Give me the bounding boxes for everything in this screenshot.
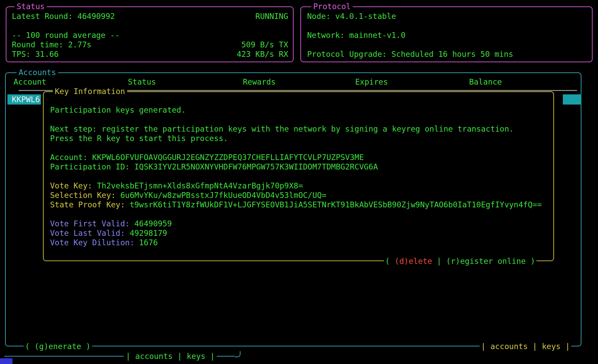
- tps-text: TPS: 31.66: [12, 49, 59, 59]
- modal-action-bar: ( (d)elete | (r)egister online ): [384, 256, 536, 266]
- selection-key-label: Selection Key:: [50, 191, 120, 200]
- footer-tab-bar[interactable]: | accounts | keys |: [124, 351, 217, 361]
- vote-last-valid-value: 49298179: [130, 229, 167, 237]
- column-header-account: Account: [14, 77, 46, 87]
- register-online-action[interactable]: (r)egister online: [446, 257, 526, 266]
- node-state-badge: RUNNING: [255, 12, 288, 21]
- vote-key-value: Th2veksbETjsmn+Xlds8xGfmpNtA4VzarBgjk70p…: [97, 181, 303, 190]
- vote-key-dilution-label: Vote Key Dilution:: [50, 238, 139, 247]
- column-header-expires: Expires: [355, 77, 388, 87]
- vote-last-valid-label: Vote Last Valid:: [50, 229, 130, 237]
- column-header-rewards: Rewards: [243, 77, 276, 87]
- accounts-panel-title: Accounts: [17, 68, 58, 77]
- vote-key-dilution-value: 1676: [139, 238, 158, 247]
- keys-generated-text: Participation keys generated.: [50, 105, 186, 115]
- delete-action[interactable]: (d)elete: [395, 257, 432, 266]
- action-separator: |: [432, 257, 446, 266]
- node-version-text: Node: v4.0.1-stable: [307, 12, 396, 21]
- vote-first-valid-label: Vote First Valid:: [50, 219, 134, 228]
- protocol-upgrade-text: Protocol Upgrade: Scheduled 16 hours 50 …: [307, 49, 513, 59]
- vote-last-valid-row: Vote Last Valid: 49298179: [50, 228, 167, 238]
- tx-rate-text: 509 B/s TX: [242, 40, 288, 49]
- next-step-text: Next step: register the participation ke…: [50, 124, 514, 134]
- status-panel-title: Status: [15, 2, 47, 11]
- column-header-status: Status: [128, 77, 156, 87]
- vote-first-valid-row: Vote First Valid: 46490959: [50, 219, 172, 228]
- rx-rate-text: 423 KB/s RX: [237, 49, 288, 59]
- bottom-left-indicator-block: [0, 358, 13, 364]
- state-proof-key-row: State Proof Key: t9wsrK6tiT1Y8zfWUkDF1V+…: [50, 200, 542, 209]
- generate-action[interactable]: ( (g)enerate ): [24, 342, 92, 351]
- network-text: Network: mainnet-v1.0: [307, 30, 406, 40]
- state-proof-key-value: t9wsrK6tiT1Y8zfWUkDF1V+LJGFYSEOVB1JiA5SE…: [130, 200, 542, 209]
- column-header-balance: Balance: [469, 77, 502, 87]
- accounts-panel-tab-bar[interactable]: | accounts | keys |: [480, 342, 571, 351]
- protocol-panel-title: Protocol: [311, 2, 353, 11]
- status-panel: Status Latest Round: 46490992 RUNNING --…: [6, 6, 294, 62]
- action-open-paren: (: [385, 257, 395, 266]
- selection-key-value: 6u6MvYKu/w8zwPBsstxJ7fkUueOD4VbD4v53lmOC…: [120, 191, 326, 200]
- protocol-panel: Protocol Node: v4.0.1-stable Network: ma…: [300, 6, 593, 62]
- vote-key-label: Vote Key:: [50, 181, 97, 190]
- vote-key-dilution-row: Vote Key Dilution: 1676: [50, 238, 158, 247]
- round-time-text: Round time: 2.77s: [12, 40, 91, 49]
- footer-corner-connector: [235, 351, 240, 357]
- selection-key-row: Selection Key: 6u6MvYKu/w8zwPBsstxJ7fkUu…: [50, 190, 326, 200]
- vote-key-row: Vote Key: Th2veksbETjsmn+Xlds8xGfmpNtA4V…: [50, 181, 303, 190]
- participation-id-text: Participation ID: IQSK3IYV2LR5NOXNYVHDFW…: [50, 162, 378, 172]
- terminal-screen: Status Latest Round: 46490992 RUNNING --…: [0, 0, 598, 364]
- key-information-title: Key Information: [53, 87, 127, 96]
- key-information-modal: Key Information Participation keys gener…: [43, 91, 554, 261]
- selected-row-account-cell[interactable]: KKPWL6: [7, 94, 41, 105]
- round-average-heading: -- 100 round average --: [12, 30, 120, 40]
- vote-first-valid-value: 46490959: [134, 219, 172, 228]
- selected-row-balance-cell[interactable]: [563, 94, 581, 105]
- state-proof-key-label: State Proof Key:: [50, 200, 130, 209]
- action-close-paren: ): [526, 257, 535, 266]
- account-address-text: Account: KKPWL6OFVUFOAVQGGURJ2EGNZYZZDPE…: [50, 153, 364, 162]
- latest-round-text: Latest Round: 46490992: [12, 12, 115, 21]
- press-r-text: Press the R key to start this process.: [50, 134, 228, 143]
